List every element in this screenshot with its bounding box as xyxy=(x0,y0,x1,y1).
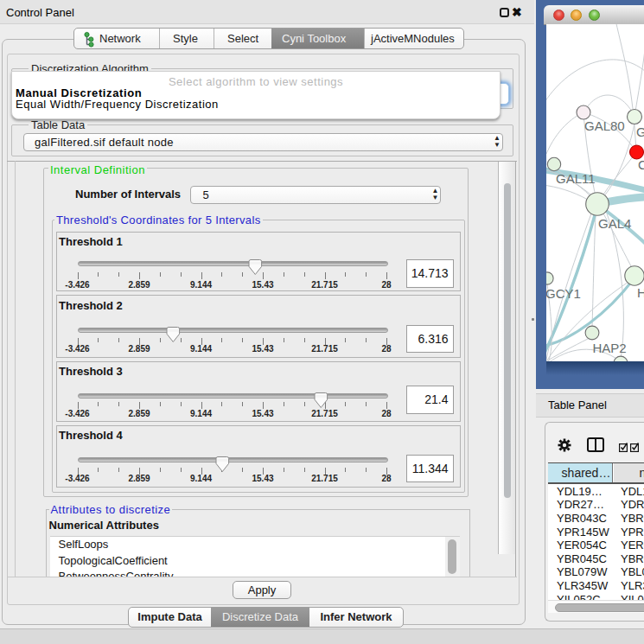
svg-text:GCY1: GCY1 xyxy=(546,286,581,301)
svg-text:H: H xyxy=(637,285,644,300)
svg-text:HAP2: HAP2 xyxy=(593,341,627,355)
svg-text:C: C xyxy=(638,157,644,172)
svg-text:GAL11: GAL11 xyxy=(556,171,596,186)
svg-text:GAL4: GAL4 xyxy=(598,216,631,231)
svg-text:GA: GA xyxy=(636,124,644,139)
svg-text:GAL80: GAL80 xyxy=(584,118,625,133)
